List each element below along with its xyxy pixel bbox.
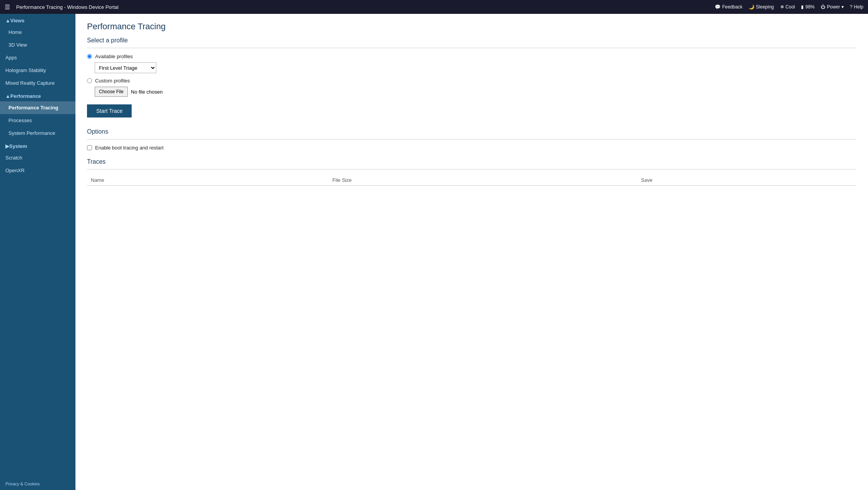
no-file-chosen-label: No file chosen (131, 89, 162, 95)
window-title: Performance Tracing - Windows Device Por… (16, 4, 712, 10)
feedback-label: Feedback (722, 4, 743, 10)
temp-icon: ❄ (780, 4, 784, 10)
help-icon: ? (850, 4, 853, 10)
sidebar-section-views[interactable]: ▲Views (0, 14, 75, 26)
power-icon: ⏻ (821, 4, 825, 10)
file-choose-row: Choose File No file chosen (95, 87, 856, 97)
available-profiles-radio-label[interactable]: Available profiles (87, 54, 856, 59)
traces-table-header: Name File Size Save (87, 175, 856, 186)
help-button[interactable]: ? Help (850, 4, 863, 10)
options-heading: Options (87, 128, 856, 135)
content-area: Performance Tracing Select a profile Ava… (75, 14, 868, 490)
sidebar-item-openxr[interactable]: OpenXR (0, 164, 75, 177)
temp-label: Cool (786, 4, 795, 10)
sidebar-item-hologram[interactable]: Hologram Stability (0, 64, 75, 77)
privacy-cookies-link[interactable]: Privacy & Cookies (0, 478, 75, 490)
feedback-button[interactable]: 💬 Feedback (715, 4, 743, 10)
traces-table: Name File Size Save (87, 175, 856, 186)
power-label: Power ▾ (827, 4, 843, 10)
sidebar: ◀ ▲Views Home 3D View Apps Hologram Stab… (0, 14, 75, 490)
sidebar-item-3dview[interactable]: 3D View (0, 39, 75, 51)
traces-section: Traces Name File Size Save (87, 158, 856, 186)
custom-profiles-radio-label[interactable]: Custom profiles (87, 78, 856, 84)
select-profile-heading: Select a profile (87, 37, 856, 44)
power-button[interactable]: ⏻ Power ▾ (821, 4, 843, 10)
sleeping-status: 🌙 Sleeping (749, 4, 774, 10)
main-layout: ◀ ▲Views Home 3D View Apps Hologram Stab… (0, 14, 868, 490)
available-profiles-radio[interactable] (87, 54, 92, 59)
profile-select-row: First Level Triage Basic Full Custom (95, 62, 856, 73)
feedback-icon: 💬 (715, 4, 721, 10)
battery-status: ▮ 98% (801, 4, 814, 10)
select-profile-section: Select a profile Available profiles Firs… (87, 37, 856, 127)
options-divider (87, 139, 856, 139)
traces-col-filesize: File Size (329, 175, 637, 186)
profile-dropdown[interactable]: First Level Triage Basic Full Custom (95, 62, 156, 73)
toolbar: 💬 Feedback 🌙 Sleeping ❄ Cool ▮ 98% ⏻ Pow… (715, 4, 863, 10)
sidebar-section-system[interactable]: ▶System (0, 139, 75, 151)
sidebar-item-system-performance[interactable]: System Performance (0, 127, 75, 139)
sidebar-item-processes[interactable]: Processes (0, 114, 75, 127)
enable-boot-tracing-text: Enable boot tracing and restart (95, 145, 164, 151)
profile-divider (87, 48, 856, 48)
choose-file-button[interactable]: Choose File (95, 87, 128, 97)
custom-profiles-label: Custom profiles (95, 78, 130, 84)
start-trace-button[interactable]: Start Trace (87, 104, 132, 117)
traces-col-name: Name (87, 175, 329, 186)
page-title: Performance Tracing (87, 22, 856, 32)
traces-divider (87, 169, 856, 169)
temp-status: ❄ Cool (780, 4, 795, 10)
sidebar-item-scratch[interactable]: Scratch (0, 151, 75, 164)
battery-icon: ▮ (801, 4, 804, 10)
sleeping-label: Sleeping (756, 4, 774, 10)
sidebar-item-mrc[interactable]: Mixed Reality Capture (0, 77, 75, 89)
menu-icon[interactable]: ☰ (5, 3, 10, 11)
sleeping-icon: 🌙 (749, 4, 754, 10)
traces-header-row: Name File Size Save (87, 175, 856, 186)
battery-label: 98% (805, 4, 814, 10)
available-profiles-label: Available profiles (95, 54, 133, 59)
enable-boot-tracing-label[interactable]: Enable boot tracing and restart (87, 145, 856, 151)
traces-heading: Traces (87, 158, 856, 165)
custom-profiles-radio[interactable] (87, 78, 92, 83)
help-label: Help (854, 4, 863, 10)
sidebar-item-perf-tracing[interactable]: Performance Tracing (0, 101, 75, 114)
enable-boot-tracing-checkbox[interactable] (87, 145, 92, 150)
sidebar-item-apps[interactable]: Apps (0, 51, 75, 64)
titlebar: ☰ Performance Tracing - Windows Device P… (0, 0, 868, 14)
traces-col-save: Save (637, 175, 856, 186)
sidebar-item-home[interactable]: Home (0, 26, 75, 39)
options-section: Options Enable boot tracing and restart (87, 128, 856, 151)
sidebar-section-performance[interactable]: ▲Performance (0, 89, 75, 101)
